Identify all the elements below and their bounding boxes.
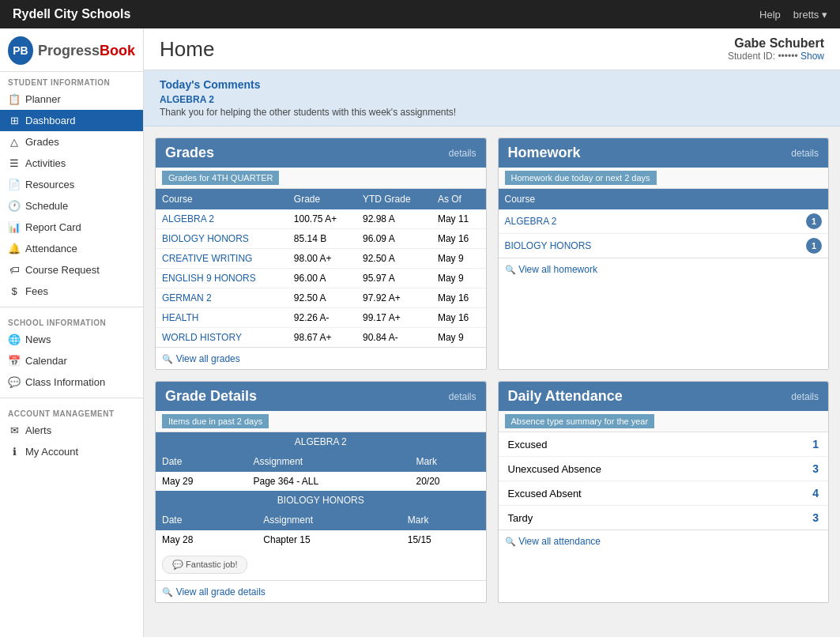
my-account-icon: ℹ: [8, 446, 21, 458]
view-all-grade-details-link[interactable]: View all grade details: [176, 586, 266, 597]
user-menu[interactable]: bretts ▾: [793, 9, 827, 21]
logo-area: PB ProgressBook: [0, 28, 143, 72]
grade-course[interactable]: CREATIVE WRITING: [156, 249, 288, 269]
sidebar-item-grades[interactable]: △ Grades: [0, 131, 143, 153]
grade-details-details-link[interactable]: details: [449, 391, 477, 402]
gd-date: May 28: [156, 530, 257, 549]
report-card-icon: 📊: [8, 221, 21, 233]
sidebar-item-fees[interactable]: $ Fees: [0, 281, 143, 302]
grade-course[interactable]: BIOLOGY HONORS: [156, 229, 288, 249]
sidebar-item-news[interactable]: 🌐 News: [0, 329, 143, 350]
attendance-row: Unexcused Absence 3: [499, 457, 829, 481]
main-header: Home Gabe Schubert Student ID: •••••• Sh…: [144, 28, 840, 70]
grade-course[interactable]: GERMAN 2: [156, 288, 288, 308]
sidebar-item-resources[interactable]: 📄 Resources: [0, 174, 143, 195]
comments-banner: Today's Comments ALGEBRA 2 Thank you for…: [144, 70, 840, 126]
grade-details-search-icon: [162, 586, 173, 597]
sidebar-item-alerts[interactable]: ✉ Alerts: [0, 420, 143, 441]
grade-value: 100.75 A+: [288, 209, 356, 229]
sidebar-item-planner[interactable]: 📋 Planner: [0, 89, 143, 110]
view-all-attendance-link[interactable]: View all attendance: [518, 536, 601, 547]
gd-mark: 20/20: [409, 472, 485, 491]
homework-course[interactable]: BIOLOGY HONORS: [499, 234, 755, 258]
top-bar: Rydell City Schools Help bretts ▾: [0, 0, 840, 28]
sidebar-item-activities[interactable]: ☰ Activities: [0, 153, 143, 174]
attendance-tag: Absence type summary for the year: [505, 414, 655, 428]
gd-col-assignment: Assignment: [247, 451, 409, 472]
grade-ytd: 97.92 A+: [356, 288, 431, 308]
homework-tag-row: Homework due today or next 2 days: [499, 168, 829, 189]
resources-icon: 📄: [8, 179, 21, 190]
sidebar-section-school: SCHOOL INFORMATION: [0, 312, 143, 329]
attendance-details-link[interactable]: details: [791, 391, 819, 402]
homework-footer: View all homework: [499, 258, 829, 280]
grades-row: HEALTH 92.26 A- 99.17 A+ May 16: [156, 308, 486, 328]
gd-date: May 29: [156, 472, 247, 491]
attendance-icon: 🔔: [8, 243, 21, 254]
homework-search-icon: [505, 263, 516, 275]
grades-icon: △: [8, 136, 21, 148]
grade-value: 98.00 A+: [288, 249, 356, 269]
attendance-card: Daily Attendance details Absence type su…: [498, 381, 830, 603]
grade-value: 92.26 A-: [288, 308, 356, 328]
grade-asof: May 16: [431, 308, 486, 328]
sidebar-item-course-request[interactable]: 🏷 Course Request: [0, 259, 143, 281]
grade-ytd: 96.09 A: [356, 229, 431, 249]
grades-row: CREATIVE WRITING 98.00 A+ 92.50 A May 9: [156, 249, 486, 269]
grade-details-card: Grade Details details Items due in past …: [155, 381, 487, 603]
grade-details-title: Grade Details: [165, 388, 257, 405]
homework-course[interactable]: ALGEBRA 2: [499, 209, 755, 234]
attendance-row: Tardy 3: [499, 506, 829, 530]
sidebar-item-report-card[interactable]: 📊 Report Card: [0, 217, 143, 238]
layout: PB ProgressBook STUDENT INFORMATION 📋 Pl…: [0, 28, 840, 637]
grade-details-row: May 28 Chapter 15 15/15: [156, 530, 486, 549]
grade-course[interactable]: ENGLISH 9 HONORS: [156, 269, 288, 288]
grade-course[interactable]: HEALTH: [156, 308, 288, 328]
sidebar: PB ProgressBook STUDENT INFORMATION 📋 Pl…: [0, 28, 144, 637]
gd-col-assignment: Assignment: [257, 510, 401, 530]
grade-course[interactable]: ALGEBRA 2: [156, 209, 288, 229]
sidebar-section-account: ACCOUNT MANAGEMENT: [0, 403, 143, 420]
grade-course[interactable]: WORLD HISTORY: [156, 328, 288, 348]
class-info-icon: 💬: [8, 376, 21, 388]
help-link[interactable]: Help: [759, 9, 781, 21]
sidebar-item-attendance[interactable]: 🔔 Attendance: [0, 238, 143, 259]
sidebar-item-class-info[interactable]: 💬 Class Information: [0, 371, 143, 393]
gd-col-date: Date: [156, 510, 257, 530]
sidebar-item-calendar[interactable]: 📅 Calendar: [0, 350, 143, 371]
app-title: Rydell City Schools: [13, 7, 130, 21]
sidebar-section-student: STUDENT INFORMATION: [0, 72, 143, 89]
grades-col-asof: As Of: [431, 189, 486, 209]
grade-value: 85.14 B: [288, 229, 356, 249]
show-id-link[interactable]: Show: [800, 51, 824, 62]
attendance-row: Excused Absent 4: [499, 481, 829, 506]
grades-col-course: Course: [156, 189, 288, 209]
gd-col-mark: Mark: [409, 451, 485, 472]
attendance-label: Tardy: [508, 512, 533, 524]
page-title: Home: [160, 37, 214, 62]
grades-details-link[interactable]: details: [449, 148, 477, 159]
sidebar-item-my-account[interactable]: ℹ My Account: [0, 441, 143, 462]
grade-details-table: Date Assignment Mark May 28 Chapter 15 1…: [156, 510, 486, 549]
logo-text: ProgressBook: [38, 43, 135, 59]
attendance-count: 4: [812, 487, 819, 499]
view-all-grades-link[interactable]: View all grades: [176, 353, 240, 364]
view-all-homework-link[interactable]: View all homework: [518, 264, 597, 275]
homework-count: 1: [755, 234, 828, 258]
grade-asof: May 16: [431, 229, 486, 249]
sidebar-item-dashboard[interactable]: ⊞ Dashboard: [0, 110, 143, 131]
sidebar-divider-1: [0, 307, 143, 307]
homework-col-count: [755, 189, 828, 209]
grade-details-card-header: Grade Details details: [156, 382, 486, 411]
grades-tag-row: Grades for 4TH QUARTER: [156, 168, 486, 189]
grades-footer: View all grades: [156, 347, 486, 369]
grade-details-section-header: BIOLOGY HONORS: [156, 491, 486, 510]
content-grid: Grades details Grades for 4TH QUARTER Co…: [144, 126, 840, 614]
alerts-icon: ✉: [8, 424, 21, 436]
attendance-count: 1: [812, 438, 819, 450]
dashboard-icon: ⊞: [8, 115, 21, 126]
homework-row: BIOLOGY HONORS 1: [499, 234, 829, 258]
sidebar-item-schedule[interactable]: 🕐 Schedule: [0, 195, 143, 217]
top-bar-right: Help bretts ▾: [759, 9, 827, 21]
homework-details-link[interactable]: details: [791, 148, 819, 159]
